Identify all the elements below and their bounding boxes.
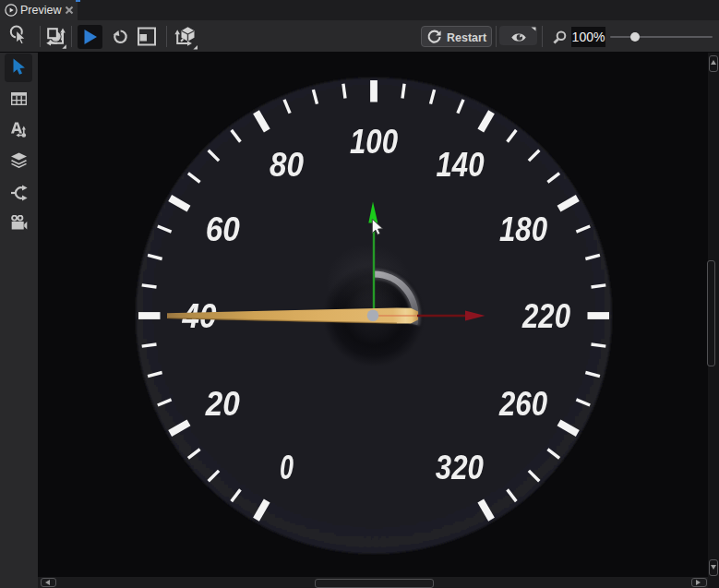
svg-text:0: 0 [280,449,294,486]
svg-text:60: 60 [206,210,240,248]
svg-text:220: 220 [521,297,570,335]
svg-text:320: 320 [436,449,484,486]
svg-text:180: 180 [499,210,547,248]
svg-text:80: 80 [270,146,304,184]
svg-text:140: 140 [437,146,485,184]
svg-text:20: 20 [205,385,240,423]
svg-text:260: 260 [498,385,547,423]
svg-text:100: 100 [350,123,398,161]
